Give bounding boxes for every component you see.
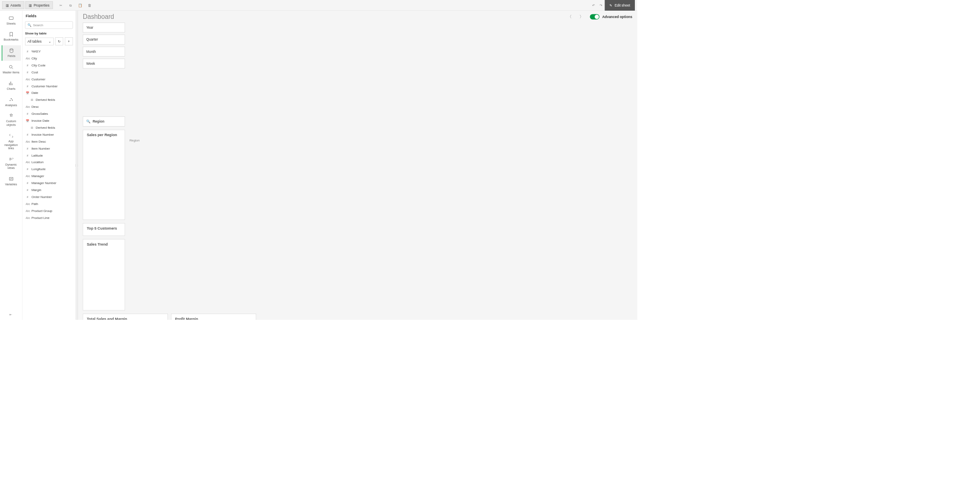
rail-fields[interactable]: Fields <box>2 46 21 61</box>
field-type-icon: ⊞ <box>30 98 34 101</box>
field-type-icon: Abc <box>25 57 29 60</box>
rail-variables[interactable]: x=Variables <box>2 173 21 189</box>
field-item[interactable]: 📅Date <box>23 89 76 96</box>
dimension-button[interactable]: Month <box>83 47 125 57</box>
copy-icon[interactable]: ⧉ <box>67 2 74 9</box>
dimension-button[interactable]: Quarter <box>83 35 125 45</box>
next-sheet-icon[interactable]: 〉 <box>577 13 586 20</box>
field-type-icon: 📅 <box>25 119 29 122</box>
field-item[interactable]: #Manager Number <box>23 180 76 187</box>
field-type-icon: ⊞ <box>30 126 34 129</box>
field-type-icon: Abc <box>25 216 29 219</box>
field-item[interactable]: #Margin <box>23 187 76 194</box>
field-type-icon: Abc <box>25 161 29 164</box>
rail-sheets[interactable]: Sheets <box>2 13 21 28</box>
top5-customers-chart[interactable]: Top 5 Customers <box>83 223 125 236</box>
search-icon: 🔍 <box>86 119 90 123</box>
sales-per-region-chart[interactable]: Sales per Region Region <box>83 130 125 220</box>
svg-point-3 <box>11 98 11 99</box>
field-type-icon: # <box>25 133 29 136</box>
search-input[interactable]: 🔍 Search <box>25 21 73 29</box>
refresh-icon[interactable]: ↻ <box>55 37 64 45</box>
edit-sheet-button[interactable]: ✎ Edit sheet <box>605 0 635 11</box>
field-item[interactable]: AbcProduct Group <box>23 207 76 214</box>
field-item[interactable]: AbcManager <box>23 173 76 180</box>
field-type-icon: # <box>25 189 29 191</box>
paste-icon[interactable]: 📋 <box>76 2 84 9</box>
rail-master-items[interactable]: Master items <box>2 62 21 77</box>
field-type-icon: Abc <box>25 210 29 212</box>
svg-rect-0 <box>9 17 13 20</box>
svg-text:x=: x= <box>10 178 12 180</box>
field-type-icon: # <box>25 147 29 150</box>
rail-charts[interactable]: Charts <box>2 78 21 93</box>
field-type-icon: Abc <box>25 140 29 143</box>
assets-tab[interactable]: ▥ Assets <box>2 1 24 9</box>
field-type-icon: Abc <box>25 105 29 108</box>
field-type-icon: # <box>25 182 29 184</box>
properties-tab[interactable]: ▥ Properties <box>25 1 53 9</box>
field-item[interactable]: AbcProduct Line <box>23 214 76 221</box>
redo-icon[interactable]: ↷ <box>597 2 604 9</box>
advanced-toggle[interactable] <box>590 14 599 19</box>
svg-point-4 <box>12 100 13 100</box>
rail-bookmarks[interactable]: Bookmarks <box>2 29 21 44</box>
showby-label: Show by table <box>23 32 76 37</box>
left-rail: Sheets Bookmarks Fields Master items Cha… <box>0 11 23 320</box>
field-type-icon: # <box>25 196 29 198</box>
field-item[interactable]: #GrossSales <box>23 110 76 117</box>
field-item[interactable]: AbcItem Desc <box>23 138 76 145</box>
edit-label: Edit sheet <box>615 3 630 7</box>
rail-dynamic-views[interactable]: Dynamic views <box>2 154 21 173</box>
field-item[interactable]: AbcLocation <box>23 159 76 166</box>
field-type-icon: # <box>25 154 29 157</box>
field-item[interactable]: #Invoice Number <box>23 131 76 138</box>
field-type-icon: # <box>25 64 29 67</box>
add-icon[interactable]: + <box>65 37 73 45</box>
rail-custom-objects[interactable]: Custom objects <box>2 111 21 130</box>
field-item[interactable]: ⊞Derived fields <box>23 124 76 131</box>
field-item[interactable]: #%KEY <box>23 48 76 55</box>
region-filter: 🔍 Region <box>83 116 125 127</box>
svg-point-2 <box>9 100 10 101</box>
undo-icon[interactable]: ↶ <box>590 2 597 9</box>
field-item[interactable]: #Cost <box>23 69 76 76</box>
collapse-rail-icon[interactable]: ⇤ <box>9 312 12 317</box>
field-type-icon: # <box>25 84 29 87</box>
field-item[interactable]: ⊞Derived fields <box>23 96 76 103</box>
field-item[interactable]: #Latitude <box>23 152 76 159</box>
dimension-button[interactable]: Year <box>83 23 125 32</box>
field-type-icon: # <box>25 112 29 115</box>
prev-sheet-icon[interactable]: 〈 <box>566 13 574 20</box>
panel-icon: ▥ <box>29 3 32 7</box>
search-icon: 🔍 <box>27 23 32 27</box>
canvas: Dashboard 〈 〉 Advanced options YearQuart… <box>78 11 637 320</box>
field-item[interactable]: #Order Number <box>23 194 76 200</box>
rail-analyses[interactable]: Analyses <box>2 94 21 109</box>
field-item[interactable]: AbcPath <box>23 200 76 207</box>
page-title: Dashboard <box>83 13 114 20</box>
field-type-icon: # <box>25 50 29 53</box>
field-item[interactable]: 📅Invoice Date <box>23 117 76 124</box>
table-select[interactable]: All tables ⌄ <box>25 37 54 45</box>
field-item[interactable]: AbcDesc <box>23 103 76 110</box>
profit-margin-gauge[interactable]: Profit Margin -50.0% 50.0% 41.3% <box>171 314 256 320</box>
chevron-down-icon: ⌄ <box>48 39 51 43</box>
field-item[interactable]: #Item Number <box>23 145 76 152</box>
rail-app-nav[interactable]: App navigation links <box>2 130 21 153</box>
sales-trend-chart[interactable]: Sales Trend <box>83 239 125 310</box>
pencil-icon: ✎ <box>609 3 612 7</box>
delete-icon[interactable]: 🗑 <box>86 2 93 9</box>
field-item[interactable]: AbcCity <box>23 55 76 62</box>
fields-title: Fields <box>23 11 76 21</box>
field-item[interactable]: AbcCustomer <box>23 76 76 83</box>
total-sales-kpi[interactable]: Total Sales and Margin Sales 104.9M - 43… <box>83 314 168 320</box>
field-item[interactable]: #Longitude <box>23 166 76 173</box>
field-item[interactable]: #Customer Number <box>23 83 76 90</box>
advanced-label: Advanced options <box>602 15 632 19</box>
field-type-icon: 📅 <box>25 91 29 94</box>
field-item[interactable]: #City Code <box>23 62 76 69</box>
dimension-button[interactable]: Week <box>83 59 125 68</box>
field-type-icon: # <box>25 168 29 171</box>
cut-icon[interactable]: ✂ <box>57 2 64 9</box>
